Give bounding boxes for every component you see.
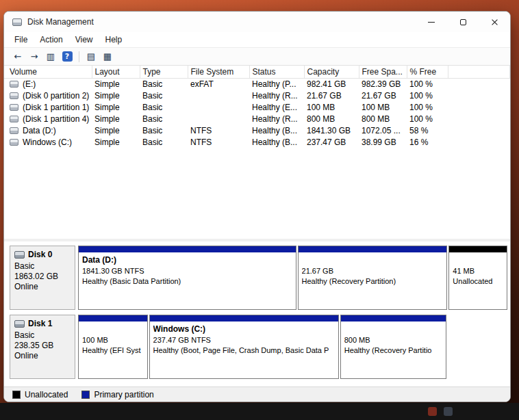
col-layout[interactable]: Layout: [92, 66, 140, 79]
minimize-icon: [428, 22, 435, 23]
col-volume[interactable]: Volume: [4, 66, 92, 79]
table-header-row: Volume Layout Type File System Status Ca…: [4, 66, 510, 79]
legend-label: Unallocated: [25, 390, 68, 399]
back-icon[interactable]: ←: [10, 49, 26, 64]
disk-status: Online: [14, 282, 71, 292]
col-type[interactable]: Type: [140, 66, 188, 79]
disk-icon: [14, 251, 25, 259]
legend-unallocated: Unallocated: [12, 390, 68, 399]
partition-title: [453, 255, 503, 266]
disk-0-row: Disk 0 Basic 1863.02 GB Online Data (D:)…: [10, 246, 507, 310]
table-row[interactable]: Windows (C:) Simple Basic NTFS Healthy (…: [4, 137, 510, 148]
taskbar[interactable]: [0, 403, 519, 420]
partition-status: Healthy (Boot, Page File, Crash Dump, Ba…: [153, 345, 335, 356]
volume-icon: [10, 81, 18, 88]
partition-status: Unallocated: [453, 276, 503, 287]
disk-management-window: Disk Management File Action View Help ← …: [3, 11, 511, 402]
show-hide-pane-icon[interactable]: ▤: [83, 49, 99, 64]
col-status[interactable]: Status: [249, 66, 304, 79]
menu-view[interactable]: View: [69, 34, 99, 46]
disk-0-info[interactable]: Disk 0 Basic 1863.02 GB Online: [10, 246, 75, 310]
partition-status: Healthy (Recovery Partition): [302, 276, 444, 287]
volume-list-pane: Volume Layout Type File System Status Ca…: [4, 66, 510, 241]
disk-icon: [14, 320, 25, 328]
volume-name: (Disk 1 partition 4): [23, 114, 89, 124]
partition-status: Healthy (Recovery Partitio: [344, 345, 442, 356]
partition-size: 41 MB: [453, 266, 503, 276]
col-capacity[interactable]: Capacity: [304, 66, 359, 79]
table-row[interactable]: (E:) Simple Basic exFAT Healthy (P... 98…: [4, 79, 510, 90]
volume-icon: [10, 127, 18, 134]
disk-name: Disk 0: [28, 250, 52, 260]
primary-partition-color-bar: [299, 246, 447, 252]
close-button[interactable]: [479, 12, 510, 32]
partition-status: Healthy (Basic Data Partition): [82, 276, 292, 287]
taskbar-app-icon[interactable]: [428, 407, 437, 416]
partition-data-d[interactable]: Data (D:) 1841.30 GB NTFS Healthy (Basic…: [78, 246, 296, 310]
titlebar[interactable]: Disk Management: [4, 12, 510, 32]
desktop: Disk Management File Action View Help ← …: [0, 0, 519, 420]
disk-type: Basic: [14, 261, 71, 272]
disk-1-info[interactable]: Disk 1 Basic 238.35 GB Online: [10, 315, 75, 379]
partition-title: [302, 255, 444, 266]
legend-bar: Unallocated Primary partition: [4, 386, 510, 402]
partition-title: [344, 324, 442, 335]
table-row[interactable]: Data (D:) Simple Basic NTFS Healthy (B..…: [4, 125, 510, 137]
menu-file[interactable]: File: [8, 34, 34, 46]
menu-help[interactable]: Help: [99, 34, 129, 46]
toolbar-separator: [79, 51, 79, 62]
col-free-space[interactable]: Free Spa...: [359, 66, 407, 79]
col-file-system[interactable]: File System: [188, 66, 249, 79]
menu-action[interactable]: Action: [34, 34, 68, 46]
partition-efi-system[interactable]: 100 MB Healthy (EFI Syst: [78, 315, 148, 379]
taskbar-app-icon[interactable]: [444, 407, 453, 416]
partition-unallocated[interactable]: 41 MB Unallocated: [448, 246, 507, 310]
disk-1-row: Disk 1 Basic 238.35 GB Online 100 MB Hea…: [10, 315, 507, 379]
table-row[interactable]: (Disk 1 partition 4) Simple Basic Health…: [4, 114, 510, 125]
partition-title: Windows (C:): [153, 324, 335, 335]
partition-title: [82, 324, 144, 335]
primary-partition-color-bar: [341, 315, 446, 321]
legend-label: Primary partition: [94, 390, 153, 399]
legend-primary-partition: Primary partition: [81, 390, 153, 399]
volume-name: (E:): [23, 79, 36, 89]
disk-1-name-line: Disk 1: [14, 319, 71, 329]
partition-size: 800 MB: [344, 335, 442, 345]
partition-windows-c[interactable]: Windows (C:) 237.47 GB NTFS Healthy (Boo…: [149, 315, 339, 379]
help-icon[interactable]: ?: [59, 49, 75, 64]
maximize-button[interactable]: [447, 12, 479, 32]
volume-name: Windows (C:): [23, 137, 72, 147]
window-title: Disk Management: [27, 17, 94, 27]
volume-name: (Disk 1 partition 1): [23, 103, 89, 112]
volume-icon: [10, 92, 18, 99]
partition-title: Data (D:): [82, 255, 292, 266]
partition-size: 1841.30 GB NTFS: [82, 266, 292, 276]
forward-icon[interactable]: →: [26, 49, 42, 64]
table-row[interactable]: (Disk 1 partition 1) Simple Basic Health…: [4, 102, 510, 114]
col-pct-free[interactable]: % Free: [407, 66, 448, 79]
volume-table: Volume Layout Type File System Status Ca…: [4, 66, 510, 148]
disk-management-app-icon: [12, 18, 22, 26]
partition-status: Healthy (EFI Syst: [82, 345, 144, 356]
partition-recovery-disk0[interactable]: 21.67 GB Healthy (Recovery Partition): [298, 246, 448, 310]
disk-name: Disk 1: [28, 319, 52, 329]
partition-recovery-disk1[interactable]: 800 MB Healthy (Recovery Partitio: [340, 315, 446, 379]
partition-size: 100 MB: [82, 335, 144, 345]
close-icon: [491, 18, 498, 26]
partition-size: 21.67 GB: [302, 266, 444, 276]
properties-icon[interactable]: ▦: [99, 49, 116, 64]
disk-type: Basic: [14, 330, 71, 341]
primary-partition-swatch: [81, 391, 90, 399]
volume-icon: [10, 139, 18, 146]
window-controls: [416, 12, 510, 32]
disk-size: 238.35 GB: [14, 341, 71, 351]
volume-name: (Disk 0 partition 2): [23, 91, 89, 101]
disk-graph-pane: Disk 0 Basic 1863.02 GB Online Data (D:)…: [4, 241, 510, 386]
table-row[interactable]: (Disk 0 partition 2) Simple Basic Health…: [4, 90, 510, 102]
maximize-icon: [460, 19, 466, 25]
primary-partition-color-bar: [79, 246, 296, 252]
disk-1-empty-area: [448, 315, 507, 379]
minimize-button[interactable]: [416, 12, 447, 32]
console-tree-icon[interactable]: ▥: [42, 49, 59, 64]
unallocated-swatch: [12, 391, 21, 399]
